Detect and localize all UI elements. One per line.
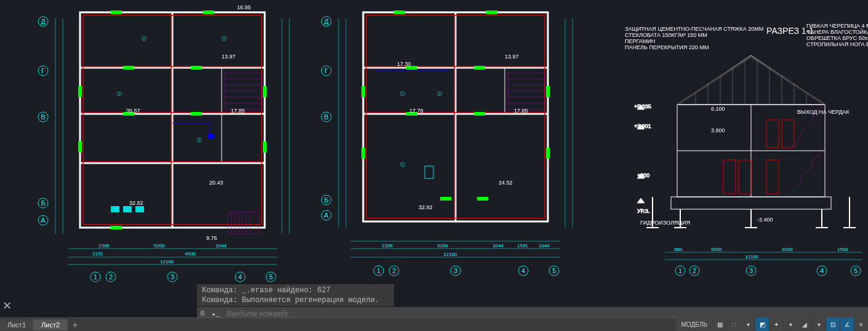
- svg-text:4600: 4600: [185, 251, 196, 257]
- close-icon[interactable]: ✕: [2, 299, 12, 313]
- svg-rect-99: [486, 10, 497, 14]
- svg-text:17.30: 17.30: [397, 61, 411, 67]
- svg-text:4: 4: [521, 267, 525, 274]
- svg-text:ПЕРГАМИН: ПЕРГАМИН: [625, 38, 655, 44]
- command-history: Команда: _.erase найдено: 627 Команда: В…: [197, 284, 394, 306]
- svg-text:Ⓘ: Ⓘ: [222, 36, 227, 41]
- svg-text:Г: Г: [324, 67, 328, 74]
- floor-plan-2: 17.30 13.97 17.78 17.85 32.82 24.52 Ⓘ Ⓘ …: [314, 0, 579, 283]
- svg-text:А: А: [324, 212, 329, 219]
- svg-text:5: 5: [269, 273, 273, 281]
- otrack-icon[interactable]: ∠: [840, 317, 854, 331]
- floor-plan-1: Ⓘ Ⓘ Ⓘ Ⓘ 13.97 35.57 17.85 20.43 32.82 9.…: [31, 0, 295, 283]
- svg-text:2395: 2395: [98, 243, 110, 249]
- svg-text:24.52: 24.52: [499, 180, 513, 186]
- svg-text:1591: 1591: [517, 243, 528, 249]
- status-button[interactable]: ∷: [727, 317, 741, 331]
- section-view: РАЗРЕЗ 1-1 ЗАЩИТНАЯ ЦЕМЕНТНО-ПЕСЧАНАЯ СТ…: [616, 0, 868, 283]
- osnap-icon[interactable]: ⊡: [826, 317, 840, 331]
- svg-text:4600: 4600: [782, 247, 793, 252]
- svg-rect-102: [546, 86, 550, 97]
- svg-text:+900: +900: [637, 172, 649, 178]
- svg-text:2: 2: [392, 267, 396, 274]
- lineweight-icon[interactable]: ≡: [854, 317, 868, 331]
- svg-text:5: 5: [854, 267, 858, 274]
- svg-text:1044: 1044: [539, 243, 550, 249]
- svg-rect-103: [546, 148, 550, 159]
- svg-text:16.95: 16.95: [237, 4, 251, 10]
- svg-text:+5.335: +5.335: [634, 103, 651, 110]
- command-history-line: Команда: Выполняется регенерация модели.: [202, 295, 389, 305]
- svg-rect-182: [766, 120, 779, 148]
- svg-text:17.78: 17.78: [409, 108, 424, 114]
- svg-rect-179: [723, 160, 736, 194]
- svg-text:1: 1: [94, 273, 97, 281]
- svg-text:2395: 2395: [382, 243, 393, 249]
- command-input[interactable]: [224, 309, 868, 318]
- svg-text:Д: Д: [324, 18, 329, 25]
- polar-icon[interactable]: ✦: [770, 317, 783, 331]
- svg-text:6.100: 6.100: [711, 106, 725, 112]
- svg-rect-109: [477, 197, 488, 201]
- svg-rect-26: [111, 10, 122, 14]
- svg-rect-32: [111, 226, 122, 229]
- svg-rect-36: [191, 112, 202, 116]
- svg-text:СТРОПИЛЬНАЯ НОГА БРУС 60х15: СТРОПИЛЬНАЯ НОГА БРУС 60х15: [806, 41, 868, 47]
- svg-text:ЗАЩИТНАЯ ЦЕМЕНТНО-ПЕСЧАНАЯ СТЯ: ЗАЩИТНАЯ ЦЕМЕНТНО-ПЕСЧАНАЯ СТЯЖКА 20ММ: [625, 26, 763, 32]
- svg-text:4: 4: [820, 267, 824, 274]
- svg-rect-168: [671, 197, 831, 209]
- svg-text:В: В: [324, 113, 328, 121]
- svg-rect-27: [203, 10, 214, 14]
- svg-text:3.800: 3.800: [711, 127, 725, 134]
- svg-rect-108: [440, 197, 451, 201]
- svg-text:Ⓘ: Ⓘ: [117, 91, 122, 97]
- dropdown-icon[interactable]: ▾: [741, 317, 755, 331]
- svg-text:5200: 5200: [437, 243, 448, 249]
- isoplane-icon[interactable]: ◢: [798, 317, 811, 331]
- command-area: Команда: _.erase найдено: 627 Команда: В…: [197, 284, 868, 321]
- svg-text:12180: 12180: [443, 252, 457, 257]
- svg-text:1: 1: [678, 267, 682, 274]
- ortho-icon[interactable]: ◩: [755, 317, 769, 331]
- svg-text:Д: Д: [41, 18, 46, 25]
- svg-rect-30: [263, 86, 267, 97]
- tab-sheet1[interactable]: Лист1: [0, 319, 34, 330]
- svg-text:2: 2: [109, 273, 113, 281]
- dropdown-icon[interactable]: ▾: [784, 317, 797, 331]
- svg-rect-31: [263, 142, 267, 153]
- tab-sheet2[interactable]: Лист2: [34, 319, 68, 330]
- svg-text:35.57: 35.57: [126, 108, 140, 114]
- svg-text:13.97: 13.97: [222, 54, 236, 60]
- svg-rect-111: [425, 166, 433, 178]
- svg-rect-39: [208, 134, 214, 139]
- tab-add-button[interactable]: +: [68, 320, 82, 330]
- svg-text:+3.901: +3.901: [634, 123, 651, 129]
- svg-text:А: А: [41, 217, 46, 224]
- svg-text:Б: Б: [41, 199, 45, 207]
- grid-icon[interactable]: ▦: [713, 317, 726, 331]
- svg-text:32.82: 32.82: [129, 200, 143, 206]
- svg-rect-105: [474, 66, 485, 70]
- svg-rect-181: [766, 160, 779, 194]
- svg-rect-29: [78, 142, 82, 153]
- svg-text:4: 4: [238, 273, 242, 281]
- svg-text:-2.400: -2.400: [757, 217, 773, 223]
- svg-text:9.76: 9.76: [206, 235, 217, 241]
- model-space-button[interactable]: МОДЕЛЬ: [677, 317, 712, 331]
- svg-text:ВЫХОД НА ЧЕРДАК: ВЫХОД НА ЧЕРДАК: [797, 109, 850, 115]
- svg-text:Ⓘ: Ⓘ: [142, 36, 147, 41]
- svg-text:3: 3: [749, 267, 753, 274]
- svg-rect-42: [135, 206, 144, 212]
- svg-rect-180: [739, 160, 751, 194]
- svg-text:5200: 5200: [154, 243, 165, 249]
- dropdown-icon[interactable]: ▾: [812, 317, 826, 331]
- svg-rect-100: [361, 86, 365, 97]
- svg-text:В: В: [41, 113, 45, 121]
- drawing-canvas[interactable]: Ⓘ Ⓘ Ⓘ Ⓘ 13.97 35.57 17.85 20.43 32.82 9.…: [0, 0, 868, 331]
- svg-rect-33: [123, 66, 134, 70]
- svg-rect-41: [123, 206, 132, 212]
- svg-text:1044: 1044: [215, 243, 227, 249]
- svg-text:1500: 1500: [837, 247, 848, 252]
- svg-text:Б: Б: [324, 196, 328, 204]
- svg-text:13.97: 13.97: [505, 54, 519, 60]
